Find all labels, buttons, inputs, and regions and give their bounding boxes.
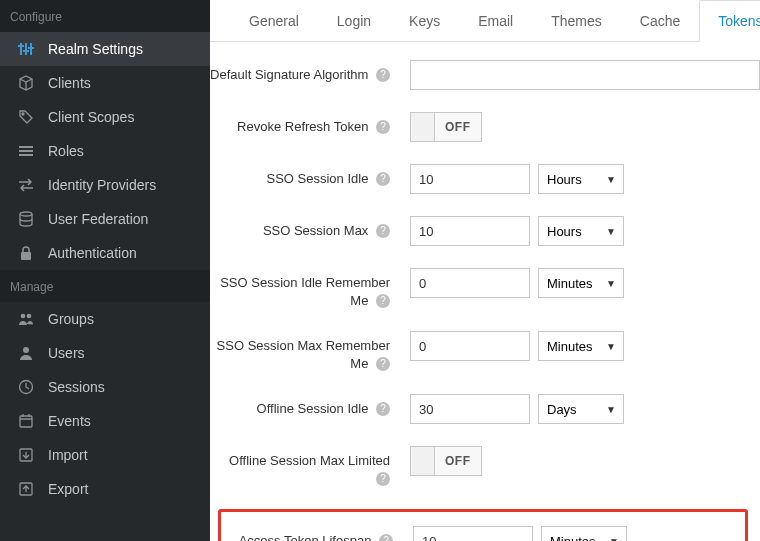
list-icon [18, 143, 34, 159]
highlighted-access-token-row: Access Token Lifespan ? Minutes▼ [218, 509, 748, 541]
svg-rect-4 [23, 50, 29, 52]
tab-keys[interactable]: Keys [390, 0, 459, 42]
clock-icon [18, 379, 34, 395]
row-revoke-refresh: Revoke Refresh Token ? OFF [210, 112, 760, 142]
svg-rect-3 [18, 45, 24, 47]
help-icon[interactable]: ? [376, 172, 390, 186]
tab-email[interactable]: Email [459, 0, 532, 42]
row-access-token-lifespan: Access Token Lifespan ? Minutes▼ [221, 526, 745, 541]
help-icon[interactable]: ? [376, 120, 390, 134]
sidebar-item-label: Clients [48, 75, 91, 91]
tab-themes[interactable]: Themes [532, 0, 621, 42]
sidebar-item-import[interactable]: Import [0, 438, 210, 472]
access-token-lifespan-input[interactable] [413, 526, 533, 541]
sidebar-item-label: Import [48, 447, 88, 463]
offline-idle-unit[interactable]: Days [538, 394, 624, 424]
sidebar-item-events[interactable]: Events [0, 404, 210, 438]
help-icon[interactable]: ? [376, 294, 390, 308]
help-icon[interactable]: ? [376, 402, 390, 416]
sidebar-item-label: Events [48, 413, 91, 429]
label-offline-max: Offline Session Max Limited ? [210, 446, 400, 487]
help-icon[interactable]: ? [376, 68, 390, 82]
cube-icon [18, 75, 34, 91]
access-token-lifespan-unit[interactable]: Minutes [541, 526, 627, 541]
default-signature-input[interactable] [410, 60, 760, 90]
sliders-icon [18, 41, 34, 57]
sidebar-item-user-federation[interactable]: User Federation [0, 202, 210, 236]
sidebar-item-label: Users [48, 345, 85, 361]
svg-rect-16 [20, 416, 32, 427]
sidebar-item-identity-providers[interactable]: Identity Providers [0, 168, 210, 202]
sso-max-rm-unit[interactable]: Minutes [538, 331, 624, 361]
sso-max-unit[interactable]: Hours [538, 216, 624, 246]
svg-point-14 [23, 347, 29, 353]
sso-idle-rm-unit[interactable]: Minutes [538, 268, 624, 298]
tab-general[interactable]: General [230, 0, 318, 42]
toggle-handle [411, 447, 435, 475]
svg-rect-7 [19, 146, 33, 148]
sidebar-item-sessions[interactable]: Sessions [0, 370, 210, 404]
sidebar-item-label: Authentication [48, 245, 137, 261]
calendar-icon [18, 413, 34, 429]
row-default-signature: Default Signature Algorithm ? [210, 60, 760, 90]
svg-point-10 [20, 212, 32, 216]
lock-icon [18, 245, 34, 261]
svg-point-13 [27, 314, 32, 319]
sidebar-item-label: Export [48, 481, 88, 497]
revoke-refresh-toggle[interactable]: OFF [410, 112, 482, 142]
svg-rect-0 [20, 43, 22, 55]
sidebar-section-manage: Manage [0, 270, 210, 302]
export-icon [18, 481, 34, 497]
sidebar-item-client-scopes[interactable]: Client Scopes [0, 100, 210, 134]
tab-login[interactable]: Login [318, 0, 390, 42]
help-icon[interactable]: ? [376, 224, 390, 238]
sidebar-item-label: Groups [48, 311, 94, 327]
svg-point-6 [22, 113, 24, 115]
toggle-state: OFF [435, 113, 481, 141]
sidebar-item-users[interactable]: Users [0, 336, 210, 370]
database-icon [18, 211, 34, 227]
sso-max-input[interactable] [410, 216, 530, 246]
tab-tokens[interactable]: Tokens [699, 0, 760, 42]
tokens-form: Default Signature Algorithm ? Revoke Ref… [210, 42, 760, 541]
svg-rect-5 [28, 47, 34, 49]
row-sso-idle: SSO Session Idle ? Hours▼ [210, 164, 760, 194]
sidebar-item-authentication[interactable]: Authentication [0, 236, 210, 270]
import-icon [18, 447, 34, 463]
help-icon[interactable]: ? [379, 534, 393, 541]
row-sso-idle-rm: SSO Session Idle Remember Me ? Minutes▼ [210, 268, 760, 309]
sidebar-item-clients[interactable]: Clients [0, 66, 210, 100]
offline-max-toggle[interactable]: OFF [410, 446, 482, 476]
sso-idle-unit[interactable]: Hours [538, 164, 624, 194]
label-default-signature: Default Signature Algorithm ? [210, 60, 400, 84]
label-sso-idle: SSO Session Idle ? [210, 164, 400, 188]
sidebar-item-roles[interactable]: Roles [0, 134, 210, 168]
svg-rect-11 [21, 252, 31, 260]
group-icon [18, 311, 34, 327]
label-access-token-lifespan: Access Token Lifespan ? [221, 526, 403, 541]
label-sso-max-rm: SSO Session Max Remember Me ? [210, 331, 400, 372]
toggle-state: OFF [435, 447, 481, 475]
tags-icon [18, 109, 34, 125]
svg-rect-8 [19, 150, 33, 152]
user-icon [18, 345, 34, 361]
svg-rect-1 [25, 43, 27, 55]
sidebar-item-groups[interactable]: Groups [0, 302, 210, 336]
row-sso-max-rm: SSO Session Max Remember Me ? Minutes▼ [210, 331, 760, 372]
sidebar-item-export[interactable]: Export [0, 472, 210, 506]
exchange-icon [18, 177, 34, 193]
label-revoke-refresh: Revoke Refresh Token ? [210, 112, 400, 136]
svg-point-12 [21, 314, 26, 319]
row-sso-max: SSO Session Max ? Hours▼ [210, 216, 760, 246]
help-icon[interactable]: ? [376, 357, 390, 371]
label-offline-idle: Offline Session Idle ? [210, 394, 400, 418]
sso-idle-rm-input[interactable] [410, 268, 530, 298]
tab-cache[interactable]: Cache [621, 0, 699, 42]
sso-idle-input[interactable] [410, 164, 530, 194]
sidebar-item-realm-settings[interactable]: Realm Settings [0, 32, 210, 66]
offline-idle-input[interactable] [410, 394, 530, 424]
sso-max-rm-input[interactable] [410, 331, 530, 361]
help-icon[interactable]: ? [376, 472, 390, 486]
main-content: General Login Keys Email Themes Cache To… [210, 0, 760, 541]
toggle-handle [411, 113, 435, 141]
